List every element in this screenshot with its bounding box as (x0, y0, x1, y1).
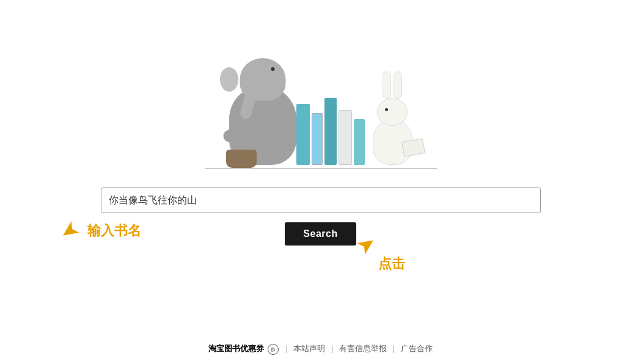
input-annotation: ➤ 输入书名 (61, 218, 141, 244)
footer-link-statement[interactable]: 本站声明 (293, 344, 325, 353)
footer: 淘宝图书优惠券 ⚙ | 本站声明 | 有害信息举报 | 广告合作 (0, 343, 641, 355)
elephant-figure (229, 86, 296, 165)
arrow-input-icon: ➤ (56, 215, 86, 247)
footer-link-report[interactable]: 有害信息举报 (339, 344, 387, 353)
books-figure (296, 98, 365, 165)
search-area: ➤ 输入书名 Search ➤ 点击 (0, 187, 641, 246)
search-input[interactable] (101, 187, 541, 213)
search-button-row: Search ➤ 点击 (285, 222, 356, 246)
click-annotation-label: 点击 (378, 255, 405, 273)
ground-line (205, 168, 437, 169)
illustration (192, 24, 449, 165)
footer-brand: 淘宝图书优惠券 (208, 344, 264, 353)
click-annotation: ➤ 点击 (357, 232, 405, 273)
input-annotation-label: 输入书名 (87, 222, 141, 240)
footer-link-ads[interactable]: 广告合作 (401, 344, 433, 353)
footer-icon: ⚙ (268, 344, 279, 355)
search-button[interactable]: Search (285, 222, 356, 246)
rabbit-figure (373, 119, 412, 165)
search-input-row (101, 187, 541, 213)
